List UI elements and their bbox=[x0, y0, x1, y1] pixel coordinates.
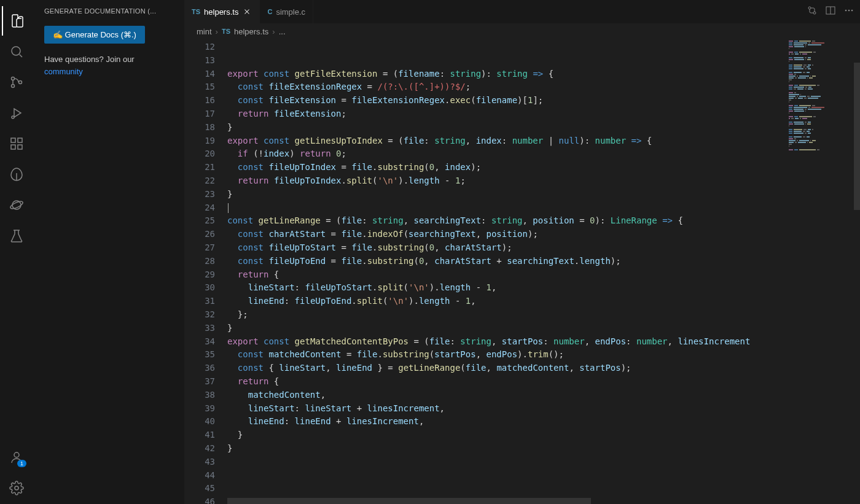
code-line[interactable]: return { bbox=[227, 375, 786, 389]
code-editor[interactable]: export const getFileExtension = (filenam… bbox=[227, 39, 786, 504]
code-line[interactable]: } bbox=[227, 188, 786, 201]
code-line[interactable]: const charAtStart = file.indexOf(searchi… bbox=[227, 228, 786, 241]
code-line[interactable]: export const getLinesUpToIndex = (file: … bbox=[227, 134, 786, 148]
minimap[interactable] bbox=[786, 39, 860, 504]
accounts-icon[interactable]: 1 bbox=[2, 443, 31, 472]
tab-bar: TShelpers.tsCsimple.c bbox=[184, 0, 860, 23]
compare-changes-icon[interactable] bbox=[807, 6, 817, 18]
tab-label: simple.c bbox=[276, 7, 305, 17]
split-editor-icon[interactable] bbox=[826, 6, 835, 18]
leaf-icon[interactable] bbox=[2, 160, 31, 189]
tab-label: helpers.ts bbox=[204, 7, 238, 17]
code-line[interactable]: if (!index) return 0; bbox=[227, 147, 786, 161]
chevron-right-icon: › bbox=[272, 27, 275, 36]
horizontal-scrollbar[interactable] bbox=[227, 498, 591, 504]
code-line[interactable]: const matchedContent = file.substring(st… bbox=[227, 348, 786, 362]
code-line[interactable]: lineEnd: fileUpToEnd.split('\n').length … bbox=[227, 295, 786, 308]
accounts-badge: 1 bbox=[17, 460, 26, 467]
svg-point-18 bbox=[848, 10, 850, 12]
activity-bar: 1 bbox=[0, 0, 33, 504]
questions-text: Have questions? Join our bbox=[44, 55, 135, 64]
code-line[interactable] bbox=[227, 201, 786, 215]
code-line[interactable]: export const getFileExtension = (filenam… bbox=[227, 68, 786, 81]
code-line[interactable]: lineStart: fileUpToStart.split('\n').len… bbox=[227, 281, 786, 295]
svg-rect-6 bbox=[18, 138, 22, 142]
svg-point-0 bbox=[12, 47, 20, 55]
source-control-icon[interactable] bbox=[2, 68, 31, 97]
code-line[interactable]: const fileExtensionRegex = /(?:\.([^.]+)… bbox=[227, 80, 786, 94]
svg-point-3 bbox=[19, 81, 22, 84]
tab-simple-c[interactable]: Csimple.c bbox=[260, 0, 313, 23]
chevron-right-icon: › bbox=[216, 27, 218, 36]
c-badge-icon: C bbox=[267, 8, 272, 15]
code-line[interactable]: const fileExtension = fileExtensionRegex… bbox=[227, 94, 786, 107]
tab-helpers-ts[interactable]: TShelpers.ts bbox=[184, 0, 260, 23]
svg-point-1 bbox=[12, 77, 15, 80]
sidebar-panel: GENERATE DOCUMENTATION (... ✍️ Generate … bbox=[33, 0, 184, 504]
code-line[interactable]: } bbox=[227, 442, 786, 456]
planet-icon[interactable] bbox=[2, 190, 31, 220]
extensions-icon[interactable] bbox=[2, 129, 31, 158]
code-line[interactable]: const fileUpToIndex = file.substring(0, … bbox=[227, 161, 786, 174]
code-line[interactable]: matchedContent, bbox=[227, 389, 786, 402]
code-line[interactable]: const getLineRange = (file: string, sear… bbox=[227, 214, 786, 228]
svg-rect-8 bbox=[18, 145, 22, 149]
svg-point-13 bbox=[808, 7, 811, 9]
svg-point-10 bbox=[9, 200, 23, 211]
code-line[interactable]: return fileExtension; bbox=[227, 107, 786, 121]
code-line[interactable]: export const getMatchedContentByPos = (f… bbox=[227, 335, 786, 349]
breadcrumb-file[interactable]: helpers.ts bbox=[234, 27, 268, 36]
editor-area: 1213141516171819202122232425262728293031… bbox=[184, 39, 860, 504]
svg-point-14 bbox=[813, 12, 816, 14]
svg-rect-7 bbox=[11, 145, 15, 149]
beaker-icon[interactable] bbox=[2, 221, 31, 250]
breadcrumbs[interactable]: mint › TS helpers.ts › ... bbox=[184, 23, 860, 39]
line-number-gutter: 1213141516171819202122232425262728293031… bbox=[184, 39, 227, 504]
code-line[interactable]: const { lineStart, lineEnd } = getLineRa… bbox=[227, 362, 786, 375]
svg-point-2 bbox=[12, 85, 15, 88]
generate-docs-button[interactable]: ✍️ Generate Docs (⌘.) bbox=[44, 26, 145, 44]
code-line[interactable]: return { bbox=[227, 268, 786, 282]
editor-main: TShelpers.tsCsimple.c mint › TS helpers.… bbox=[184, 0, 860, 504]
sidebar-header: GENERATE DOCUMENTATION (... bbox=[44, 7, 173, 15]
svg-point-12 bbox=[15, 486, 18, 490]
svg-point-4 bbox=[12, 116, 14, 118]
code-line[interactable]: } bbox=[227, 428, 786, 442]
help-text: Have questions? Join our community bbox=[44, 53, 173, 77]
svg-rect-5 bbox=[11, 138, 15, 142]
svg-point-17 bbox=[845, 10, 847, 12]
minimap-slider[interactable] bbox=[854, 63, 860, 210]
ts-badge-icon: TS bbox=[192, 8, 200, 15]
code-line[interactable]: } bbox=[227, 121, 786, 134]
code-line[interactable]: } bbox=[227, 322, 786, 335]
code-line[interactable]: const fileUpToEnd = file.substring(0, ch… bbox=[227, 255, 786, 268]
run-debug-icon[interactable] bbox=[2, 98, 31, 128]
more-actions-icon[interactable] bbox=[844, 6, 854, 18]
code-line[interactable]: lineEnd: lineEnd + linesIncrement, bbox=[227, 415, 786, 428]
code-line[interactable]: lineStart: lineStart + linesIncrement, bbox=[227, 402, 786, 416]
svg-point-19 bbox=[851, 10, 853, 12]
ts-badge-icon: TS bbox=[222, 28, 230, 35]
community-link[interactable]: community bbox=[44, 67, 83, 76]
search-icon[interactable] bbox=[2, 37, 31, 66]
breadcrumb-folder[interactable]: mint bbox=[197, 27, 212, 36]
svg-point-11 bbox=[14, 452, 19, 457]
code-line[interactable]: }; bbox=[227, 308, 786, 322]
breadcrumb-tail[interactable]: ... bbox=[279, 27, 286, 36]
code-line[interactable]: const fileUpToStart = file.substring(0, … bbox=[227, 241, 786, 255]
tab-actions bbox=[807, 0, 860, 23]
settings-gear-icon[interactable] bbox=[2, 473, 31, 503]
code-line[interactable]: return fileUpToIndex.split('\n').length … bbox=[227, 174, 786, 188]
close-icon[interactable] bbox=[242, 7, 252, 17]
explorer-icon[interactable] bbox=[2, 6, 31, 36]
